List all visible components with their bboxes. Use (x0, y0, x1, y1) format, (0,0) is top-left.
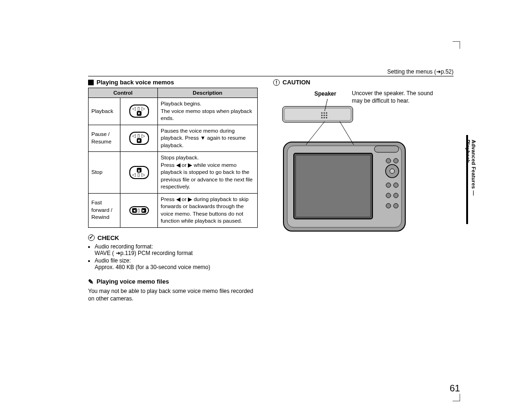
table-row: Fast forward / Rewind ◂▯▸ Press ◀ or ▶ d… (89, 193, 258, 227)
svg-point-6 (323, 114, 325, 116)
hand-icon: ✎ (88, 278, 94, 285)
camera-illustration: Speaker Uncover the speaker. The sound m… (273, 90, 432, 250)
crop-mark-tr (453, 41, 460, 49)
right-column: ! CAUTION Speaker Uncover the speaker. T… (273, 79, 446, 250)
svg-point-19 (390, 169, 394, 173)
col-control: Control (89, 88, 158, 98)
svg-point-16 (386, 158, 391, 163)
side-tab: Advanced Features — Playback (465, 140, 475, 210)
side-tab-bar (466, 135, 468, 224)
crop-mark-br (453, 394, 460, 401)
table-row: Pause / Resume ◁▯▷▾ Pauses the voice mem… (89, 125, 258, 152)
svg-rect-15 (296, 155, 371, 217)
caution-icon: ! (273, 79, 280, 86)
svg-point-24 (386, 203, 391, 208)
files-title: ✎ Playing voice memo files (88, 278, 258, 285)
svg-point-10 (326, 117, 327, 118)
svg-line-27 (306, 121, 325, 145)
files-block: ✎ Playing voice memo files You may not b… (88, 278, 258, 302)
row-name: Fast forward / Rewind (89, 193, 120, 227)
dpad-icon-down: ◁▯▷▾ (129, 132, 149, 145)
camera-svg (273, 90, 432, 250)
row-desc: Press ◀ or ▶ during playback to skip for… (158, 193, 258, 227)
dpad-cell: ◁▯▷▾ (120, 125, 158, 152)
svg-point-7 (326, 114, 327, 116)
svg-point-9 (323, 117, 325, 118)
list-item: Audio recording format: WAVE ( ➜p.119) P… (95, 243, 258, 256)
svg-rect-26 (374, 146, 399, 152)
check-block: CHECK Audio recording format: WAVE ( ➜p.… (88, 234, 258, 270)
row-desc: Playback begins. The voice memo stops wh… (158, 98, 258, 125)
svg-line-28 (340, 121, 354, 145)
caution-title-text: CAUTION (283, 79, 310, 86)
svg-point-8 (321, 117, 322, 118)
svg-rect-1 (284, 108, 351, 120)
row-desc: Stops playback. Press ◀ or ▶ while voice… (158, 152, 258, 194)
check-title: CHECK (88, 234, 258, 241)
row-name: Stop (89, 152, 120, 194)
svg-point-20 (386, 183, 391, 188)
page-number: 61 (450, 383, 460, 394)
section-title-playing-back: Playing back voice memos (88, 79, 258, 86)
row-name: Playback (89, 98, 120, 125)
dpad-cell: ◂▯▸ (120, 193, 158, 227)
dpad-cell: ◁▯▷▾ (120, 98, 158, 125)
list-item: Audio file size: Approx. 480 KB (for a 3… (95, 257, 258, 270)
square-bullet-icon (88, 80, 94, 85)
controls-table: Control Description Playback ◁▯▷▾ Playba… (88, 88, 258, 228)
svg-point-22 (386, 193, 391, 198)
left-column: Playing back voice memos Control Descrip… (88, 79, 258, 302)
row-name: Pause / Resume (89, 125, 120, 152)
check-icon (88, 234, 95, 241)
table-row: Playback ◁▯▷▾ Playback begins. The voice… (89, 98, 258, 125)
dpad-icon-up: ▴◁▯▷ (129, 166, 149, 179)
svg-point-4 (326, 112, 327, 113)
svg-point-3 (323, 112, 325, 113)
dpad-icon-down: ◁▯▷▾ (129, 105, 149, 118)
caution-title: ! CAUTION (273, 79, 446, 86)
row-desc: Pauses the voice memo during playback. P… (158, 125, 258, 152)
check-list: Audio recording format: WAVE ( ➜p.119) P… (88, 243, 258, 270)
svg-point-17 (394, 158, 398, 163)
dpad-cell: ▴◁▯▷ (120, 152, 158, 194)
page-body: Playing back voice memos Control Descrip… (88, 70, 454, 389)
svg-point-2 (321, 112, 322, 113)
files-text: You may not be able to play back some vo… (88, 287, 258, 302)
check-title-text: CHECK (97, 234, 119, 241)
dpad-icon-lr: ◂▯▸ (129, 206, 149, 215)
svg-point-23 (394, 193, 398, 198)
col-description: Description (158, 88, 258, 98)
files-title-text: Playing voice memo files (97, 278, 169, 285)
svg-point-5 (321, 114, 322, 116)
section-title-text: Playing back voice memos (97, 79, 174, 86)
table-row: Stop ▴◁▯▷ Stops playback. Press ◀ or ▶ w… (89, 152, 258, 194)
svg-point-21 (394, 183, 398, 188)
svg-point-25 (394, 203, 398, 208)
